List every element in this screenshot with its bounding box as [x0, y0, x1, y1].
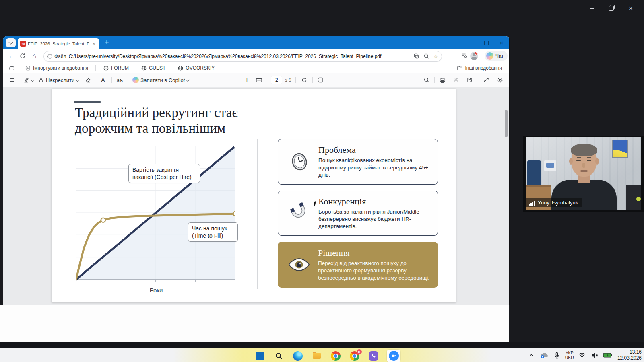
tab-actions-button[interactable] — [6, 38, 16, 47]
page-top-mark — [74, 101, 101, 103]
page-view-button[interactable] — [316, 75, 325, 85]
bookmarks-bar: Імпортувати вподобання FORUM GUEST OVGOR… — [3, 63, 509, 74]
participant-nametag: Yuriy Tsymbalyuk — [526, 198, 582, 207]
print-button[interactable] — [438, 75, 447, 85]
read-aloud-button[interactable]: аъ — [115, 75, 124, 85]
fit-width-icon — [256, 77, 262, 84]
add-text-button[interactable]: Aˆ — [99, 75, 108, 85]
new-tab-button[interactable]: + — [105, 38, 109, 47]
bookmark-guest[interactable]: GUEST — [139, 65, 167, 71]
bookmarks-sidebar-button[interactable] — [7, 65, 17, 71]
copilot-chat-button[interactable]: Чат — [485, 51, 508, 61]
search-icon — [275, 352, 283, 360]
browser-minimize-button[interactable] — [463, 36, 479, 49]
volume-tray-button[interactable] — [590, 350, 600, 361]
cost-per-hire-label: Вартість закриття вакансії (Cost per Hir… — [128, 164, 200, 183]
pdf-settings-button[interactable] — [495, 75, 504, 85]
pdf-scrollbar-thumb[interactable] — [505, 110, 508, 137]
card-problem: Проблема Пошук кваліфікованих економісті… — [278, 139, 438, 185]
person-ear — [569, 158, 573, 165]
tab-pdf[interactable]: PDF FEIP_2026_Strategic_Talent_Pipelin × — [18, 38, 99, 49]
zoom-out-button[interactable]: − — [230, 75, 239, 85]
wifi-tray-button[interactable] — [577, 350, 587, 361]
fullscreen-icon — [483, 77, 489, 83]
language-bottom: UKR — [565, 355, 574, 360]
back-button[interactable]: ← — [6, 52, 17, 60]
pdf-viewport[interactable]: Традиційний рекрутинг стає дорожчим та п… — [3, 87, 509, 305]
pdf-search-button[interactable] — [422, 75, 431, 85]
taskbar-edge-button[interactable] — [292, 350, 303, 362]
home-button[interactable]: ⌂ — [29, 52, 39, 60]
taskbar-explorer-button[interactable] — [311, 350, 322, 362]
chevron-up-icon — [528, 352, 534, 358]
taskbar-chrome-button[interactable] — [330, 350, 341, 362]
minimize-icon — [469, 43, 473, 43]
refresh-button[interactable] — [19, 53, 26, 59]
outer-minimize-button[interactable] — [586, 3, 598, 14]
clock-icon — [288, 151, 311, 172]
favorite-star-icon[interactable]: ☆ — [433, 53, 438, 60]
bookmark-forum[interactable]: FORUM — [101, 65, 130, 71]
gear-icon — [497, 77, 504, 84]
save-as-button[interactable] — [465, 75, 474, 85]
outer-close-button[interactable]: × — [625, 3, 637, 14]
battery-tray-button[interactable] — [603, 350, 613, 361]
fit-width-button[interactable] — [254, 75, 263, 85]
bookmark-ovgorskiy[interactable]: OVGORSKIY — [176, 65, 216, 71]
browser-close-button[interactable]: × — [494, 36, 509, 49]
chevron-down-icon — [186, 78, 190, 82]
language-indicator[interactable]: УКР UKR — [565, 350, 574, 360]
zoom-out-icon[interactable] — [423, 53, 429, 59]
card-competition: Конкуренція Боротьба за таланти рівня Ju… — [278, 191, 438, 236]
tray-chevron-button[interactable] — [526, 350, 536, 361]
scroll-down-arrow[interactable] — [508, 296, 508, 303]
webcam-overlay[interactable]: Yuriy Tsymbalyuk — [523, 136, 644, 212]
taskbar-search-button[interactable] — [273, 350, 285, 362]
toc-button[interactable] — [8, 75, 17, 85]
ask-copilot-button[interactable]: Запитати в Copilot — [132, 75, 189, 85]
import-icon — [25, 65, 31, 71]
tab-close-button[interactable]: × — [91, 41, 97, 47]
browser-window: PDF FEIP_2026_Strategic_Talent_Pipelin ×… — [3, 36, 509, 305]
eye-icon — [287, 257, 311, 272]
taskbar-zoom-button[interactable] — [387, 350, 400, 362]
other-favorites-button[interactable]: Інші вподобання — [455, 65, 504, 71]
globe-icon — [178, 65, 184, 71]
background-object-dark — [626, 185, 641, 210]
tray-date: 12.03.2026 — [617, 355, 642, 361]
tab-outline-icon — [9, 65, 15, 71]
person-ear — [595, 158, 599, 165]
address-bar[interactable]: Файл C:/Users/pre-university/Desktop/Ярм… — [43, 51, 442, 62]
system-tray: УКР UKR 13:16 12.03.2026 — [526, 349, 642, 361]
microphone-tray-button[interactable] — [552, 350, 562, 361]
slide-title-line2: дорожчим та повільнішим — [75, 121, 238, 136]
start-button[interactable] — [254, 350, 266, 362]
browser-maximize-button[interactable] — [479, 36, 494, 49]
pdf-page: Традиційний рекрутинг стає дорожчим та п… — [52, 89, 456, 302]
eraser-button[interactable] — [84, 75, 93, 85]
highlight-button[interactable] — [23, 75, 34, 85]
draw-button[interactable]: Накреслити — [38, 75, 79, 85]
taskbar-viber-button[interactable] — [368, 350, 379, 362]
favorites-hub-button[interactable] — [461, 53, 468, 59]
split-screen-icon[interactable] — [413, 53, 419, 59]
profile-badge: H — [357, 349, 362, 354]
profile-avatar[interactable] — [470, 52, 478, 60]
fullscreen-button[interactable] — [482, 75, 491, 85]
webcam-video: Yuriy Tsymbalyuk — [526, 137, 641, 210]
page-number-input[interactable] — [271, 76, 282, 84]
chart-x-axis-label: Роки — [120, 287, 192, 294]
windows-icon — [256, 352, 264, 360]
save-button[interactable] — [452, 75, 460, 85]
zoom-in-button[interactable]: + — [242, 75, 251, 85]
bookmark-import[interactable]: Імпортувати вподобання — [23, 65, 90, 71]
onedrive-tray-button[interactable] — [539, 350, 549, 361]
outer-restore-button[interactable] — [605, 3, 617, 14]
tray-clock[interactable]: 13:16 12.03.2026 — [617, 349, 642, 361]
page-total: з 9 — [285, 77, 291, 83]
microphone-icon — [554, 352, 560, 359]
table-of-contents-icon — [9, 77, 16, 83]
taskbar-chrome-profile-button[interactable]: H — [349, 350, 360, 362]
rotate-button[interactable] — [300, 75, 309, 85]
card-body: Пошук кваліфікованих економістів на відк… — [318, 157, 429, 178]
